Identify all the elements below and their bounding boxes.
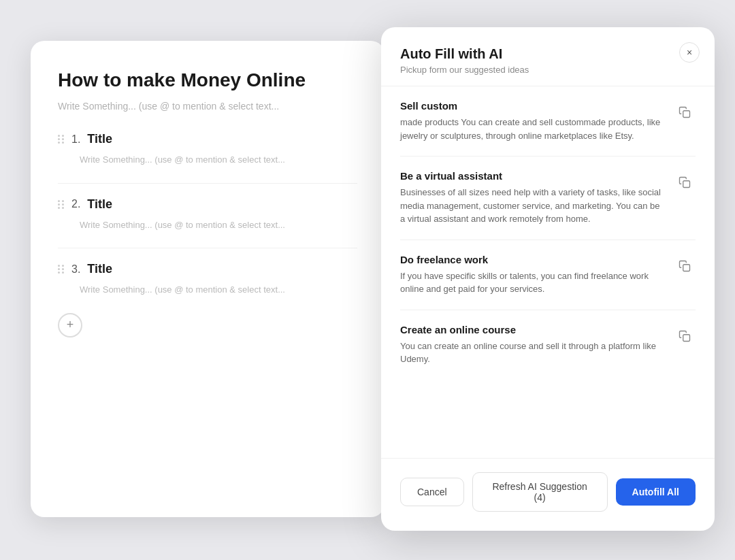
drag-handle-2[interactable] — [58, 200, 65, 209]
add-section-button[interactable]: + — [58, 313, 82, 337]
suggestion-item-0: Sell custom made products You can create… — [400, 86, 696, 157]
modal-subtitle: Pickup form our suggested ideas — [400, 65, 696, 75]
editor-title: How to make Money Online — [58, 68, 357, 93]
modal-title: Auto Fill with AI — [400, 46, 696, 62]
suggestion-desc-0: made products You can create and sell cu… — [400, 116, 663, 142]
copy-icon-2[interactable] — [674, 255, 696, 277]
suggestion-content-3: Create an online course You can create a… — [400, 324, 663, 366]
modal-body: Sell custom made products You can create… — [381, 86, 715, 458]
section-3-title[interactable]: Title — [87, 262, 112, 276]
section-2-title[interactable]: Title — [87, 197, 112, 212]
refresh-suggestion-button[interactable]: Refresh AI Suggestion (4) — [472, 472, 608, 512]
copy-icon-1[interactable] — [674, 171, 696, 193]
suggestion-title-1: Be a virtual assistant — [400, 170, 663, 182]
modal-close-button[interactable]: × — [679, 42, 700, 63]
svg-rect-2 — [683, 264, 690, 271]
section-2-number: 2. — [71, 198, 80, 210]
section-1-number: 1. — [71, 133, 80, 146]
suggestion-item-3: Create an online course You can create a… — [400, 310, 696, 380]
editor-main-placeholder[interactable]: Write Something... (use @ to mention & s… — [58, 101, 357, 112]
drag-handle-3[interactable] — [58, 265, 65, 274]
section-1-placeholder[interactable]: Write Something... (use @ to mention & s… — [80, 153, 357, 167]
editor-section-3: 3. Title Write Something... (use @ to me… — [58, 262, 357, 297]
svg-rect-3 — [683, 334, 690, 341]
divider-2 — [58, 248, 357, 248]
suggestion-title-2: Do freelance work — [400, 254, 663, 265]
svg-rect-1 — [683, 181, 690, 188]
modal-header: Auto Fill with AI Pickup form our sugges… — [381, 27, 715, 86]
editor-section-2: 2. Title Write Something... (use @ to me… — [58, 197, 357, 232]
section-2-header: 2. Title — [58, 197, 357, 212]
autofill-all-button[interactable]: Autofill All — [616, 478, 696, 506]
suggestion-content-2: Do freelance work If you have specific s… — [400, 254, 663, 296]
drag-handle-1[interactable] — [58, 135, 65, 144]
section-1-title[interactable]: Title — [87, 132, 112, 146]
section-3-header: 3. Title — [58, 262, 357, 276]
suggestion-item-2: Do freelance work If you have specific s… — [400, 240, 696, 310]
ai-modal: Auto Fill with AI Pickup form our sugges… — [381, 27, 715, 531]
suggestion-title-0: Sell custom — [400, 100, 663, 112]
editor-section-1: 1. Title Write Something... (use @ to me… — [58, 132, 357, 167]
suggestion-desc-1: Businesses of all sizes need help with a… — [400, 186, 663, 226]
suggestion-item-1: Be a virtual assistant Businesses of all… — [400, 157, 696, 240]
suggestion-title-3: Create an online course — [400, 324, 663, 335]
editor-card: How to make Money Online Write Something… — [31, 41, 385, 517]
modal-footer: Cancel Refresh AI Suggestion (4) Autofil… — [381, 458, 715, 531]
suggestion-content-0: Sell custom made products You can create… — [400, 100, 663, 142]
suggestion-content-1: Be a virtual assistant Businesses of all… — [400, 170, 663, 226]
section-3-placeholder[interactable]: Write Something... (use @ to mention & s… — [80, 283, 357, 297]
svg-rect-0 — [683, 111, 690, 118]
section-1-header: 1. Title — [58, 132, 357, 146]
copy-icon-0[interactable] — [674, 101, 696, 123]
suggestion-desc-3: You can create an online course and sell… — [400, 340, 663, 366]
suggestion-desc-2: If you have specific skills or talents, … — [400, 269, 663, 296]
copy-icon-3[interactable] — [674, 325, 696, 347]
divider-1 — [58, 183, 357, 184]
section-3-number: 3. — [71, 263, 80, 276]
section-2-placeholder[interactable]: Write Something... (use @ to mention & s… — [80, 218, 357, 232]
cancel-button[interactable]: Cancel — [400, 478, 464, 506]
